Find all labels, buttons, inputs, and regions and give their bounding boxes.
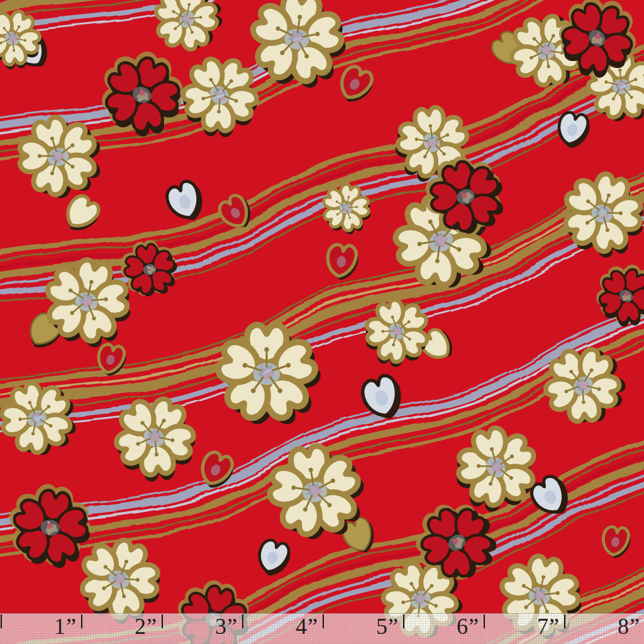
- ruler-tick: [323, 614, 324, 628]
- fabric-swatch-photo: 1”2”3”4”5”6”7”8”: [0, 0, 644, 644]
- ruler-label: 8”: [590, 614, 640, 639]
- ruler-tick: [242, 614, 243, 628]
- ruler-tick: [81, 614, 82, 628]
- ruler-tick: [403, 614, 404, 628]
- ruler-tick: [564, 614, 565, 628]
- fabric-pattern: [0, 0, 644, 644]
- measurement-ruler-overlay: 1”2”3”4”5”6”7”8”: [0, 613, 644, 644]
- ruler-tick: [1, 614, 2, 628]
- ruler-label: 5”: [348, 614, 399, 639]
- ruler-label: 3”: [187, 614, 238, 639]
- ruler-label: 2”: [107, 614, 157, 639]
- ruler-label: 4”: [268, 614, 318, 639]
- ruler-tick: [162, 614, 163, 628]
- ruler-label: 7”: [509, 614, 560, 639]
- ruler-tick: [484, 614, 485, 628]
- ruler-label: 6”: [429, 614, 479, 639]
- ruler-label: 1”: [26, 614, 77, 639]
